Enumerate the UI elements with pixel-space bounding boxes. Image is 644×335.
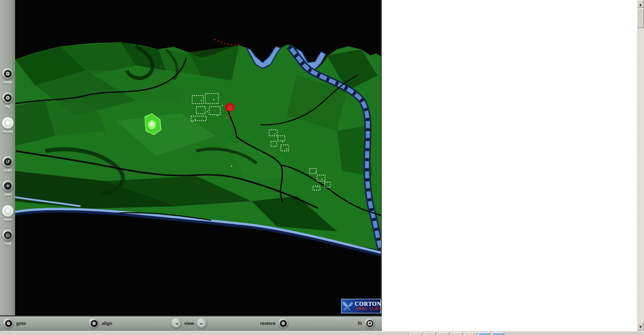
fit-button[interactable]: fit xyxy=(358,318,375,328)
study-icon xyxy=(2,117,14,129)
restore-button[interactable]: restore xyxy=(260,318,289,328)
study-button[interactable]: study xyxy=(2,117,14,134)
viewpoint-toolbar: goto align ◄ view ► restore fit xyxy=(0,315,382,331)
pan-icon: ✛ xyxy=(2,180,14,192)
terrain-3d-view xyxy=(15,0,381,315)
terrain-3d-viewport[interactable]: CORTONA VRML CLIENT xyxy=(15,0,381,315)
navigation-toolbar: walk fly study ↺ plan ✛ pan ✣ turn ◎ rol… xyxy=(0,0,15,315)
taskbar-button[interactable] xyxy=(464,332,476,335)
taskbar-button[interactable] xyxy=(410,332,422,335)
align-icon xyxy=(89,318,99,328)
previous-view-button[interactable]: ◄ xyxy=(171,318,182,328)
page-scrollbar[interactable]: ▲ ▼ xyxy=(637,0,644,331)
walk-icon xyxy=(2,68,14,79)
taskbar-button[interactable] xyxy=(478,332,490,335)
cortona-logo: CORTONA VRML CLIENT xyxy=(341,299,381,313)
roll-button[interactable]: ◎ roll xyxy=(2,229,14,246)
butterfly-icon xyxy=(342,299,355,313)
bottom-taskbar-strip xyxy=(0,331,644,335)
fly-button[interactable]: fly xyxy=(2,92,14,109)
turn-button[interactable]: ✣ turn xyxy=(2,205,14,222)
goto-icon xyxy=(3,318,14,328)
walk-button[interactable]: walk xyxy=(2,68,14,85)
plan-button[interactable]: ↺ plan xyxy=(2,156,14,173)
roll-icon: ◎ xyxy=(2,229,14,241)
view-controls: ◄ view ► xyxy=(171,318,207,328)
taskbar-button[interactable] xyxy=(437,332,449,335)
next-view-button[interactable]: ► xyxy=(197,318,207,328)
restore-icon xyxy=(278,318,289,328)
scrollbar-up-icon[interactable]: ▲ xyxy=(637,0,644,8)
taskbar-button[interactable] xyxy=(451,332,463,335)
taskbar-button[interactable] xyxy=(492,332,504,335)
scrollbar-thumb[interactable] xyxy=(637,9,644,28)
logo-subtitle: VRML CLIENT xyxy=(355,307,381,311)
scrollbar-down-icon[interactable]: ▼ xyxy=(637,322,644,330)
turn-icon: ✣ xyxy=(2,205,14,217)
record-form-panel: mausole1 DATATION MA COMMENTAIRES ▲ ▼ LO… xyxy=(382,0,637,331)
goto-button[interactable]: goto xyxy=(3,318,26,328)
taskbar-button[interactable] xyxy=(424,332,436,335)
logo-title: CORTONA xyxy=(355,301,381,307)
red-dashed-track xyxy=(214,39,239,45)
plan-icon: ↺ xyxy=(2,156,14,168)
fit-icon xyxy=(365,318,375,328)
align-button[interactable]: align xyxy=(89,318,112,328)
cortona-vrml-window: CORTONA VRML CLIENT walk fly study ↺ pla… xyxy=(0,0,382,331)
fly-icon xyxy=(2,92,14,104)
pan-button[interactable]: ✛ pan xyxy=(2,180,14,197)
